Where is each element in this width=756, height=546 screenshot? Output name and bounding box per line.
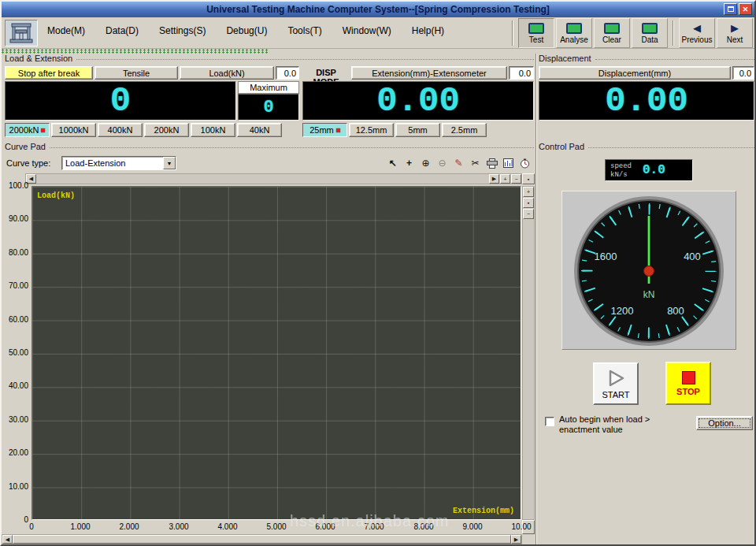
load-lcd-display: 0 <box>5 81 236 121</box>
maximum-label: Maximum <box>238 81 299 94</box>
analyse-button[interactable]: Analyse <box>556 18 592 48</box>
range-25mm-button[interactable]: 25mm <box>302 123 347 137</box>
chart-top-scrollbar: ◀ ▶ + − <box>25 173 522 184</box>
range-2-5mm-button[interactable]: 2.5mm <box>442 123 487 137</box>
plot-canvas[interactable]: Load(kN) Extension(mm) <box>32 186 521 520</box>
range-12-5mm-button[interactable]: 12.5mm <box>349 123 394 137</box>
load-channel-button[interactable]: Load(kN) <box>180 66 274 80</box>
group-title: Curve Pad <box>5 142 46 151</box>
maximize-icon <box>728 6 734 12</box>
range-2000kn-button[interactable]: 2000kN <box>5 123 50 137</box>
chevron-down-icon[interactable]: ▼ <box>163 157 176 169</box>
data-button[interactable]: Data <box>632 18 668 48</box>
range-label: 25mm <box>309 125 334 135</box>
zoom-out-icon[interactable]: ⊖ <box>435 156 450 170</box>
toolbar-separator <box>673 20 674 46</box>
previous-button-label: Previous <box>682 35 713 44</box>
app-window: Universal Testing Machine Computer Syste… <box>0 0 756 546</box>
monitor-icon <box>528 23 544 34</box>
printer-icon[interactable] <box>484 156 499 170</box>
range-400kn-button[interactable]: 400kN <box>98 123 143 137</box>
group-title: Control Pad <box>539 142 584 151</box>
curve-type-label: Curve type: <box>6 158 50 168</box>
range-5mm-button[interactable]: 5mm <box>395 123 440 137</box>
report-chart-icon[interactable] <box>501 156 516 170</box>
auto-begin-checkbox[interactable] <box>545 417 554 426</box>
zoom-y-out-button[interactable]: − <box>523 209 534 219</box>
scroll-left-button[interactable]: ◀ <box>2 535 13 544</box>
y-tick-label: 20.00 <box>2 448 28 457</box>
minus-icon: − <box>514 176 517 182</box>
zoom-x-in-button[interactable]: + <box>500 174 510 184</box>
scroll-right-button[interactable]: ▶ <box>489 174 499 184</box>
displacement-lcd-digits: 0.00 <box>605 81 688 121</box>
curve-type-value: Load-Extension <box>62 158 163 168</box>
range-200kn-button[interactable]: 200kN <box>144 123 189 137</box>
x-tick-label: 9.000 <box>457 522 488 531</box>
y-tick-label: 10.00 <box>2 482 28 491</box>
y-tick-label: 40.00 <box>2 381 28 390</box>
move-tool-icon[interactable]: + <box>402 156 417 170</box>
range-label: 2000kN <box>9 125 39 135</box>
group-divider <box>76 59 534 60</box>
x-tick-label: 1.000 <box>65 522 96 531</box>
data-button-label: Data <box>641 35 658 44</box>
timer-icon[interactable] <box>517 156 532 170</box>
x-tick-label: 5.000 <box>261 522 292 531</box>
maximum-lcd-digits: 0 <box>263 98 273 117</box>
test-button[interactable]: Test <box>518 18 554 48</box>
close-button[interactable]: ✕ <box>739 3 752 15</box>
scrollbar-thumb[interactable] <box>13 535 511 544</box>
next-button[interactable]: ▶ Next <box>717 18 753 48</box>
displacement-channel-button[interactable]: Displacement(mm) <box>539 66 731 80</box>
menu-settings[interactable]: Settings(S) <box>159 25 206 36</box>
y-tick-label: 30.00 <box>2 415 28 424</box>
option-button[interactable]: Option... <box>696 416 753 430</box>
scroll-right-button[interactable]: ▶ <box>511 535 521 544</box>
testing-machine-icon <box>9 23 33 43</box>
chart-right-scrollbar: + ▪ − <box>522 186 535 520</box>
monitor-icon <box>642 23 658 34</box>
gauge-panel: 400 800 1200 1600 kN <box>561 191 736 350</box>
menu-data[interactable]: Data(D) <box>106 25 139 36</box>
tensile-button[interactable]: Tensile <box>94 66 178 80</box>
start-button[interactable]: START <box>593 362 639 405</box>
y-tick-label: 80.00 <box>2 248 28 257</box>
dot-icon: ▪ <box>528 176 529 182</box>
range-label: 100kN <box>201 125 226 135</box>
menu-debug[interactable]: Debug(U) <box>226 25 267 36</box>
chart-corner-button[interactable]: ▪ <box>522 173 535 184</box>
curve-type-select[interactable]: Load-Extension ▼ <box>61 156 176 170</box>
clear-button[interactable]: Clear <box>594 18 630 48</box>
gauge-label-1200: 1200 <box>611 305 634 317</box>
stop-after-break-button[interactable]: Stop after break <box>5 66 93 80</box>
menu-help[interactable]: Help(H) <box>412 25 444 36</box>
pan-y-button[interactable]: ▪ <box>523 198 534 208</box>
zoom-x-out-button[interactable]: − <box>511 174 521 184</box>
scissors-icon[interactable]: ✂ <box>468 156 483 170</box>
maximize-button[interactable] <box>724 3 737 15</box>
extension-channel-button[interactable]: Extension(mm)-Extensometer <box>351 66 507 80</box>
menu-tools[interactable]: Tools(T) <box>287 25 321 36</box>
menu-bar: Mode(M) Data(D) Settings(S) Debug(U) Too… <box>2 17 754 49</box>
range-label: 5mm <box>408 125 427 135</box>
stop-button[interactable]: STOP <box>665 362 711 405</box>
plus-icon: + <box>503 176 506 182</box>
range-label: 1000kN <box>59 125 89 135</box>
main-toolbar: Test Analyse Clear Data ◀ Previous ▶ Nex <box>509 18 753 48</box>
gauge-unit-label: kN <box>643 289 655 300</box>
speed-unit-label: kN/s <box>610 171 632 179</box>
displacement-group: Displacement <box>539 54 754 63</box>
menu-mode[interactable]: Mode(M) <box>47 25 85 36</box>
zoom-in-icon[interactable]: ⊕ <box>418 156 433 170</box>
gauge-hub <box>644 266 654 277</box>
menu-window[interactable]: Window(W) <box>343 25 391 36</box>
range-40kn-button[interactable]: 40kN <box>237 123 282 137</box>
pen-tool-icon[interactable]: ✎ <box>451 156 466 170</box>
range-1000kn-button[interactable]: 1000kN <box>51 123 96 137</box>
x-tick-label: 8.000 <box>408 522 439 531</box>
previous-button[interactable]: ◀ Previous <box>679 18 715 48</box>
zoom-y-in-button[interactable]: + <box>523 187 534 197</box>
range-100kn-button[interactable]: 100kN <box>191 123 235 137</box>
cursor-tool-icon[interactable]: ↖ <box>385 156 400 170</box>
